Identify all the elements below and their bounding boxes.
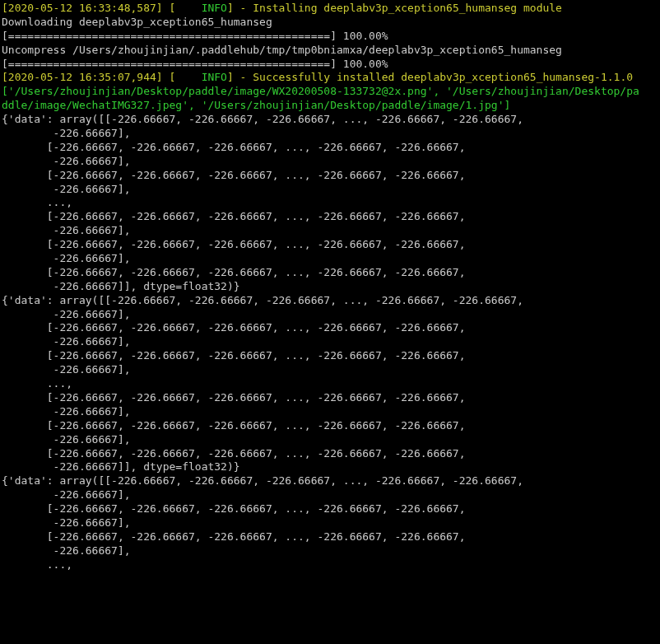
- array-row: [-226.66667, -226.66667, -226.66667, ...…: [2, 502, 466, 515]
- array-row: -226.66667],: [2, 433, 131, 446]
- array-row: -226.66667],: [2, 363, 131, 376]
- array-row: [-226.66667, -226.66667, -226.66667, ...…: [2, 238, 466, 250]
- timestamp: [2020-05-12 16:35:07,944] [: [2, 71, 175, 83]
- log-line: [2020-05-12 16:33:48,587] [ INFO] - Inst…: [2, 2, 562, 14]
- array-row: -226.66667],: [2, 405, 131, 418]
- terminal-output[interactable]: [2020-05-12 16:33:48,587] [ INFO] - Inst…: [0, 0, 660, 574]
- array-row: -226.66667],: [2, 127, 131, 139]
- log-msg: ] - Installing deeplabv3p_xception65_hum…: [227, 2, 562, 14]
- array-row: -226.66667],: [2, 308, 131, 320]
- array-ellipsis: ...,: [2, 377, 72, 390]
- log-line: Downloading deeplabv3p_xception65_humans…: [2, 16, 272, 28]
- log-level-info: INFO: [175, 71, 227, 83]
- array-row: -226.66667],: [2, 224, 131, 236]
- array-row: -226.66667],: [2, 488, 131, 501]
- array-ellipsis: ...,: [2, 196, 72, 208]
- array-row: {'data': array([[-226.66667, -226.66667,…: [2, 474, 523, 487]
- log-level-info: INFO: [175, 2, 227, 14]
- array-row: -226.66667]], dtype=float32)}: [2, 280, 240, 292]
- progress-bar: [=======================================…: [2, 58, 388, 70]
- array-ellipsis: ...,: [2, 558, 72, 571]
- array-row: [-226.66667, -226.66667, -226.66667, ...…: [2, 266, 466, 278]
- log-line: [2020-05-12 16:35:07,944] [ INFO] - Succ…: [2, 71, 633, 83]
- timestamp: [2020-05-12 16:33:48,587] [: [2, 2, 175, 14]
- file-list: ['/Users/zhoujinjian/Desktop/paddle/imag…: [2, 85, 639, 97]
- array-row: [-226.66667, -226.66667, -226.66667, ...…: [2, 447, 466, 460]
- array-row: {'data': array([[-226.66667, -226.66667,…: [2, 113, 523, 125]
- array-row: [-226.66667, -226.66667, -226.66667, ...…: [2, 530, 466, 543]
- array-row: [-226.66667, -226.66667, -226.66667, ...…: [2, 321, 466, 334]
- array-row: {'data': array([[-226.66667, -226.66667,…: [2, 294, 523, 306]
- array-row: [-226.66667, -226.66667, -226.66667, ...…: [2, 349, 466, 362]
- array-row: [-226.66667, -226.66667, -226.66667, ...…: [2, 141, 466, 153]
- array-row: [-226.66667, -226.66667, -226.66667, ...…: [2, 169, 466, 181]
- array-row: -226.66667],: [2, 252, 131, 264]
- array-row: -226.66667],: [2, 155, 131, 167]
- array-row: -226.66667],: [2, 335, 131, 348]
- array-row: -226.66667],: [2, 516, 131, 529]
- array-row: [-226.66667, -226.66667, -226.66667, ...…: [2, 210, 466, 222]
- array-row: -226.66667]], dtype=float32)}: [2, 460, 240, 473]
- file-list: ddle/image/WechatIMG327.jpeg', '/Users/z…: [2, 99, 510, 111]
- array-row: -226.66667],: [2, 183, 131, 195]
- array-row: -226.66667],: [2, 544, 131, 557]
- log-msg: ] - Successfully installed deeplabv3p_xc…: [227, 71, 633, 83]
- array-row: [-226.66667, -226.66667, -226.66667, ...…: [2, 419, 466, 432]
- log-line: Uncompress /Users/zhoujinjian/.paddlehub…: [2, 44, 562, 56]
- progress-bar: [=======================================…: [2, 30, 388, 42]
- array-row: [-226.66667, -226.66667, -226.66667, ...…: [2, 391, 466, 404]
